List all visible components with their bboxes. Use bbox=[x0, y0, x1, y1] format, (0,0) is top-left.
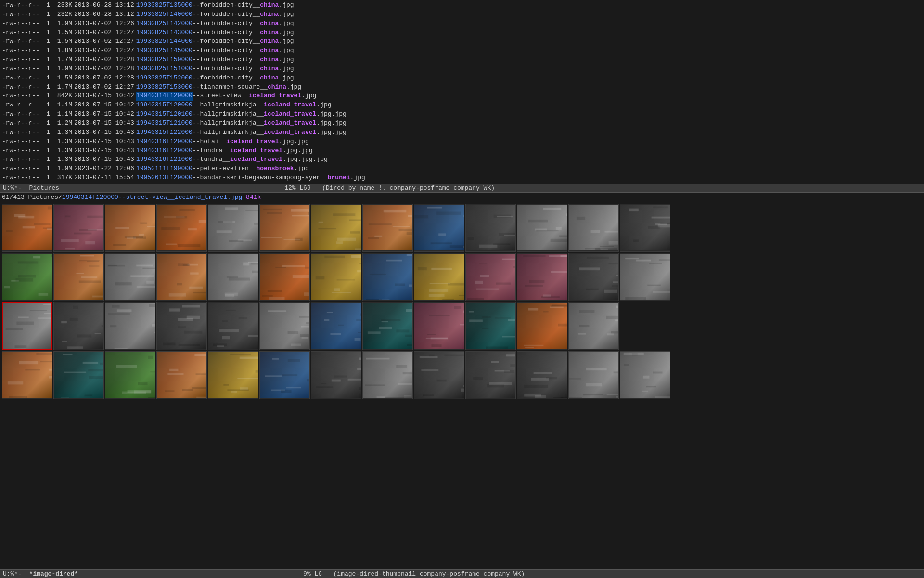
file-link[interactable]: 19940315T120100 bbox=[136, 110, 192, 119]
file-permissions: -rw-r--r-- bbox=[2, 155, 39, 164]
thumbnail-cell[interactable] bbox=[362, 204, 413, 252]
thumbnail-cell[interactable] bbox=[2, 302, 52, 350]
file-line: -rw-r--r-- 1 1.5M 2013-07-02 12:27 19930… bbox=[2, 37, 922, 46]
thumbnail-cell[interactable] bbox=[517, 204, 567, 252]
file-link[interactable]: 19930825T140000 bbox=[136, 10, 192, 19]
thumbnail-cell[interactable] bbox=[53, 302, 104, 350]
terminal-file-list: -rw-r--r-- 1 233K 2013-06-28 13:12 19930… bbox=[0, 0, 924, 184]
file-link[interactable]: 19940315T121000 bbox=[136, 119, 192, 128]
thumbnail-cell[interactable] bbox=[208, 253, 258, 301]
file-separator: -- bbox=[192, 137, 200, 146]
file-link[interactable]: 19930825T135000 bbox=[136, 1, 192, 10]
thumbnail-cell[interactable] bbox=[568, 302, 619, 350]
file-link[interactable]: 19930825T152000 bbox=[136, 74, 192, 83]
thumbnail-cell[interactable] bbox=[105, 253, 155, 301]
file-link[interactable]: 19930825T144000 bbox=[136, 37, 192, 46]
file-desc: hallgrimskirkja__ bbox=[200, 128, 264, 137]
file-line: -rw-r--r-- 1 1.1M 2013-07-15 10:42 19940… bbox=[2, 101, 922, 110]
thumbnail-cell[interactable] bbox=[414, 204, 464, 252]
thumbnail-cell[interactable] bbox=[362, 302, 413, 350]
thumbnail-cell[interactable] bbox=[465, 253, 516, 301]
file-extension: .jpg bbox=[279, 65, 294, 74]
thumbnail-cell[interactable] bbox=[105, 351, 155, 399]
thumbnail-cell[interactable] bbox=[517, 253, 567, 301]
thumbnail-cell[interactable] bbox=[2, 204, 52, 252]
top-status-spacer bbox=[59, 184, 284, 192]
file-extension: .jpg bbox=[279, 10, 294, 19]
thumbnail-cell[interactable] bbox=[568, 351, 619, 399]
file-link[interactable]: 19930825T145000 bbox=[136, 46, 192, 55]
file-extension: .jpg.jpg bbox=[316, 128, 346, 137]
file-link[interactable]: 19930825T151000 bbox=[136, 65, 192, 74]
file-link[interactable]: 19930825T143000 bbox=[136, 28, 192, 38]
file-link[interactable]: 19930825T142000 bbox=[136, 19, 192, 28]
thumbnail-cell[interactable] bbox=[465, 204, 516, 252]
thumbnail-cell[interactable] bbox=[362, 253, 413, 301]
thumbnail-cell[interactable] bbox=[311, 253, 361, 301]
thumbnail-cell[interactable] bbox=[311, 302, 361, 350]
file-permissions: -rw-r--r-- bbox=[2, 1, 39, 10]
file-size: 1.9M bbox=[52, 164, 72, 173]
file-links: 1 bbox=[41, 55, 50, 65]
thumbnail-cell[interactable] bbox=[362, 351, 413, 399]
file-links: 1 bbox=[41, 146, 50, 156]
file-desc: hallgrimskirkja__ bbox=[200, 119, 264, 128]
thumbnail-cell[interactable] bbox=[620, 253, 670, 301]
thumbnail-cell[interactable] bbox=[259, 204, 310, 252]
file-link[interactable]: 19940315T120000 bbox=[136, 101, 192, 110]
thumbnail-cell[interactable] bbox=[414, 302, 464, 350]
file-link[interactable]: 19930825T150000 bbox=[136, 55, 192, 65]
thumbnail-cell[interactable] bbox=[517, 351, 567, 399]
file-link[interactable]: 19940315T122000 bbox=[136, 128, 192, 137]
thumbnail-cell[interactable] bbox=[568, 204, 619, 252]
thumbnail-cell[interactable] bbox=[259, 351, 310, 399]
file-link[interactable]: 19940316T120000 bbox=[136, 146, 192, 156]
file-link[interactable]: 19940316T120000 bbox=[136, 137, 192, 146]
thumbnail-cell[interactable] bbox=[105, 204, 155, 252]
thumbnail-cell[interactable] bbox=[2, 253, 52, 301]
file-size: 1.5M bbox=[52, 28, 72, 38]
file-tag: iceland_travel bbox=[264, 101, 316, 110]
thumbnail-cell[interactable] bbox=[156, 253, 207, 301]
file-extension: .jpg bbox=[279, 28, 294, 38]
file-link[interactable]: 19940316T121000 bbox=[136, 155, 192, 164]
thumbnail-cell[interactable] bbox=[208, 351, 258, 399]
thumbnail-cell[interactable] bbox=[208, 302, 258, 350]
thumbnail-cell[interactable] bbox=[2, 351, 52, 399]
file-desc: forbidden-city__ bbox=[200, 37, 260, 46]
thumbnail-cell[interactable] bbox=[465, 302, 516, 350]
file-desc: hofai__ bbox=[200, 137, 226, 146]
thumbnail-cell[interactable] bbox=[311, 204, 361, 252]
file-date: 2023-01-22 12:06 bbox=[74, 164, 134, 173]
thumbnail-cell[interactable] bbox=[53, 351, 104, 399]
thumbnail-cell[interactable] bbox=[156, 204, 207, 252]
thumbnail-cell[interactable] bbox=[53, 204, 104, 252]
file-line: -rw-r--r-- 1 1.5M 2013-07-02 12:28 19930… bbox=[2, 74, 922, 83]
file-date: 2013-07-15 10:43 bbox=[74, 137, 134, 146]
thumbnail-cell[interactable] bbox=[105, 302, 155, 350]
file-link[interactable]: 19950111T190000 bbox=[136, 164, 192, 173]
thumbnail-cell[interactable] bbox=[208, 204, 258, 252]
file-link[interactable]: 19930825T153000 bbox=[136, 83, 192, 92]
file-separator: -- bbox=[192, 46, 200, 55]
file-date: 2013-07-15 10:42 bbox=[74, 92, 134, 101]
thumbnail-cell[interactable] bbox=[53, 253, 104, 301]
thumbnail-cell[interactable] bbox=[620, 351, 670, 399]
thumbnail-cell[interactable] bbox=[414, 253, 464, 301]
thumbnail-cell[interactable] bbox=[259, 302, 310, 350]
file-tag: iceland_travel bbox=[264, 128, 316, 137]
thumbnail-cell[interactable] bbox=[414, 351, 464, 399]
file-links: 1 bbox=[41, 28, 50, 38]
thumbnail-cell[interactable] bbox=[156, 351, 207, 399]
file-extension: .jpg bbox=[279, 55, 294, 65]
thumbnail-cell[interactable] bbox=[568, 253, 619, 301]
thumbnail-cell[interactable] bbox=[311, 351, 361, 399]
file-link[interactable]: 19940314T120000 bbox=[136, 92, 192, 101]
file-date: 2013-07-02 12:27 bbox=[74, 46, 134, 55]
thumbnail-cell[interactable] bbox=[259, 253, 310, 301]
thumbnail-cell[interactable] bbox=[517, 302, 567, 350]
thumbnail-cell[interactable] bbox=[620, 204, 670, 252]
thumbnail-cell[interactable] bbox=[156, 302, 207, 350]
thumbnail-cell[interactable] bbox=[465, 351, 516, 399]
file-link[interactable]: 19950613T120000 bbox=[136, 173, 192, 183]
